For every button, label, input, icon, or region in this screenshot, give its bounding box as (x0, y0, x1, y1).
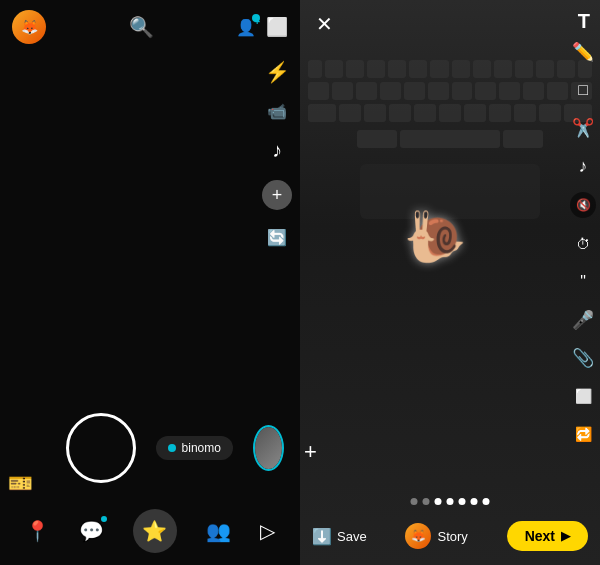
friends-icon: 👥 (206, 519, 231, 543)
user-avatar[interactable]: 🦊 (12, 10, 46, 44)
flash-icon[interactable]: ⚡ (265, 60, 290, 84)
sticker-tool-icon[interactable]: □ (571, 78, 595, 102)
settings-icon[interactable]: ⬜ (266, 16, 288, 38)
capture-area: binomo (0, 403, 300, 493)
story-button[interactable]: 🦊 Story (405, 523, 467, 549)
save-label: Save (337, 529, 367, 544)
keyboard-visual (300, 0, 600, 565)
next-label: Next (525, 528, 555, 544)
crop-icon[interactable]: ⬜ (571, 384, 595, 408)
add-effect-button[interactable]: + (262, 180, 292, 210)
gallery-thumbnail[interactable] (253, 425, 284, 471)
dots-indicator (411, 498, 490, 505)
chat-nav-item[interactable]: 💬 (79, 519, 104, 543)
mode-text: binomo (182, 441, 221, 455)
link-icon[interactable]: 📎 (571, 346, 595, 370)
top-right-icons: 👤 + ⬜ (236, 16, 288, 38)
chat-icon: 💬 (79, 519, 104, 543)
edit-toolbar: ✏️ □ ✂️ ♪ 🔇 ⏱ " 🎤 📎 ⬜ 🔁 (570, 40, 596, 446)
mode-indicator: binomo (156, 436, 233, 460)
discover-icon: ▷ (260, 519, 275, 543)
mute-icon: 🔇 (576, 198, 591, 212)
search-icon[interactable]: 🔍 (129, 15, 154, 39)
video-icon[interactable]: 📹 (267, 102, 287, 121)
dot-5 (459, 498, 466, 505)
chat-badge (101, 516, 107, 522)
dot-2 (423, 498, 430, 505)
friends-nav-item[interactable]: 👥 (206, 519, 231, 543)
left-bottom: binomo 📍 💬 ⭐ 👥 ▷ (0, 403, 300, 565)
music-icon[interactable]: ♪ (272, 139, 282, 162)
close-button[interactable]: ✕ (310, 10, 338, 38)
flip-camera-icon[interactable]: 🔄 (267, 228, 287, 247)
story-label: Story (437, 529, 467, 544)
dot-4 (447, 498, 454, 505)
snap-center-button[interactable]: ⭐ (133, 509, 177, 553)
next-button[interactable]: Next ▶ (507, 521, 588, 551)
music-tool-icon[interactable]: ♪ (571, 154, 595, 178)
snail-sticker[interactable]: 🐌 (404, 208, 466, 266)
pencil-icon[interactable]: ✏️ (571, 40, 595, 64)
left-camera-panel: 🦊 🔍 👤 + ⬜ ⚡ 📹 ♪ + 🔄 🎫 binomo (0, 0, 300, 565)
camera-toolbar: ⚡ 📹 ♪ + 🔄 (254, 50, 300, 257)
add-friend-icon[interactable]: 👤 + (236, 18, 256, 37)
discover-nav-item[interactable]: ▷ (260, 519, 275, 543)
dot-1 (411, 498, 418, 505)
snap-icon: ⭐ (142, 519, 167, 543)
quote-icon[interactable]: " (571, 270, 595, 294)
mode-dot (168, 444, 176, 452)
map-nav-item[interactable]: 📍 (25, 519, 50, 543)
right-story-panel: 🐌 ✕ T ✏️ □ ✂️ ♪ 🔇 ⏱ " 🎤 📎 ⬜ 🔁 + ⬇️ (300, 0, 600, 565)
right-top-bar: ✕ (300, 0, 600, 44)
dot-7 (483, 498, 490, 505)
timer-icon[interactable]: ⏱ (571, 232, 595, 256)
snap-nav-item[interactable]: ⭐ (133, 509, 177, 553)
text-tool-button[interactable]: T (578, 10, 590, 33)
chevron-right-icon: ▶ (561, 529, 570, 543)
story-avatar: 🦊 (405, 523, 431, 549)
shutter-button[interactable] (66, 413, 136, 483)
mic-icon[interactable]: 🎤 (571, 308, 595, 332)
right-plus-button[interactable]: + (304, 439, 317, 465)
right-bottom-bar: ⬇️ Save 🦊 Story Next ▶ (300, 513, 600, 565)
mute-button[interactable]: 🔇 (570, 192, 596, 218)
dot-6 (471, 498, 478, 505)
save-icon: ⬇️ (312, 527, 332, 546)
dot-3 (435, 498, 442, 505)
loop-icon[interactable]: 🔁 (571, 422, 595, 446)
scissors-icon[interactable]: ✂️ (571, 116, 595, 140)
left-top-bar: 🦊 🔍 👤 + ⬜ (0, 0, 300, 50)
save-button[interactable]: ⬇️ Save (312, 527, 367, 546)
map-icon: 📍 (25, 519, 50, 543)
bottom-navigation: 📍 💬 ⭐ 👥 ▷ (0, 501, 300, 565)
